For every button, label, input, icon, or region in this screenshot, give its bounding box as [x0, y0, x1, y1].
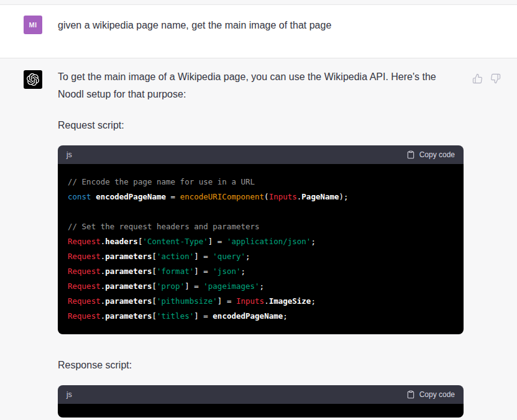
- assistant-message: To get the main image of a Wikipedia pag…: [0, 58, 517, 420]
- copy-code-button[interactable]: Copy code: [406, 390, 455, 399]
- response-script-label: Response script:: [58, 357, 465, 374]
- copy-code-button[interactable]: Copy code: [406, 150, 455, 159]
- feedback-buttons: [472, 73, 501, 86]
- clipboard-icon: [406, 390, 415, 399]
- code-header: js Copy code: [58, 145, 464, 164]
- assistant-intro-text: To get the main image of a Wikipedia pag…: [58, 68, 459, 103]
- thumbs-up-icon[interactable]: [472, 73, 483, 86]
- code-content: [58, 404, 464, 418]
- previous-message-edge: [0, 0, 517, 5]
- code-header: js Copy code: [58, 385, 464, 404]
- code-content: // Encode the page name for use in a URL…: [58, 164, 464, 334]
- clipboard-icon: [406, 150, 415, 159]
- code-block-request: js Copy code // Encode the page name for…: [58, 145, 464, 334]
- code-language-label: js: [66, 150, 72, 159]
- openai-logo-icon: [24, 70, 42, 89]
- request-script-label: Request script:: [58, 117, 465, 134]
- code-language-label: js: [66, 390, 72, 399]
- user-message-text: given a wikipedia page name, get the mai…: [58, 16, 465, 33]
- copy-code-label: Copy code: [419, 390, 455, 399]
- code-block-response: js Copy code: [58, 385, 464, 418]
- thumbs-down-icon[interactable]: [490, 73, 501, 86]
- copy-code-label: Copy code: [419, 150, 455, 159]
- user-avatar: MI: [24, 16, 42, 34]
- user-message: MI given a wikipedia page name, get the …: [0, 5, 517, 58]
